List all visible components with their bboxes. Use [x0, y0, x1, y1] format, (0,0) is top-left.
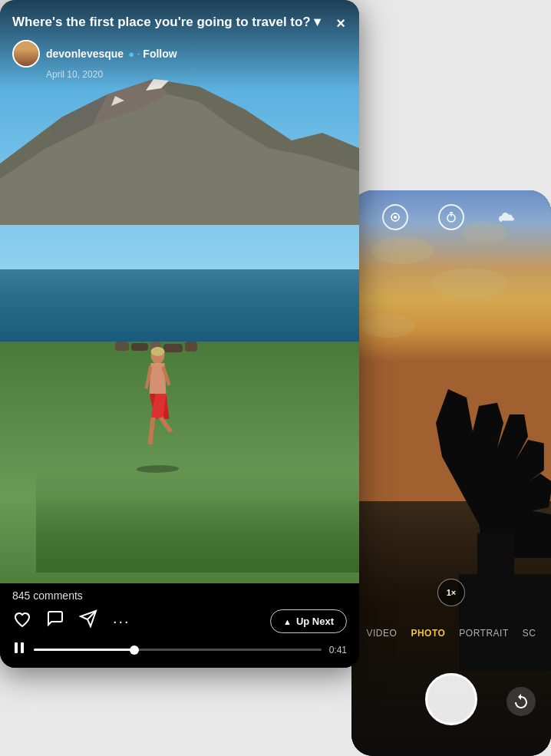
grass-texture — [36, 470, 359, 573]
camera-icon-flash[interactable] — [382, 204, 408, 230]
shutter-button[interactable] — [425, 673, 477, 725]
svg-point-16 — [150, 347, 164, 356]
progress-bar[interactable] — [34, 649, 322, 651]
verified-badge: ● — [128, 48, 134, 60]
ig-user-info: devonlevesque ● · Follow — [46, 48, 177, 60]
up-next-button[interactable]: ▲ Up Next — [270, 609, 347, 633]
cloud-4 — [361, 315, 415, 338]
up-next-chevron-icon: ▲ — [283, 617, 292, 626]
svg-rect-18 — [21, 642, 24, 653]
separator-dot: · — [137, 48, 140, 59]
person-running — [137, 346, 179, 449]
camera-background — [351, 190, 551, 756]
camera-flip-button[interactable] — [506, 687, 536, 716]
ig-actions-row: ··· ▲ Up Next — [12, 609, 347, 633]
camera-app: 1× VIDEO PHOTO PORTRAIT SC — [351, 190, 551, 756]
cloud-1 — [371, 237, 433, 264]
camera-mode-bar: VIDEO PHOTO PORTRAIT SC — [351, 622, 551, 645]
camera-top-controls — [351, 204, 551, 230]
camera-mode-portrait[interactable]: PORTRAIT — [459, 628, 508, 639]
comments-count: 845 comments — [12, 589, 347, 602]
camera-mode-video[interactable]: VIDEO — [367, 628, 398, 639]
time-display: 0:41 — [329, 645, 347, 655]
ig-title-text: Where's the first place you're going to … — [12, 14, 328, 31]
share-button[interactable] — [79, 609, 99, 633]
ig-title-row: Where's the first place you're going to … — [12, 14, 347, 32]
up-next-label: Up Next — [296, 616, 334, 627]
ig-avatar[interactable] — [12, 40, 40, 68]
pause-button[interactable] — [12, 641, 26, 659]
close-button[interactable]: × — [335, 14, 347, 32]
ig-header: Where's the first place you're going to … — [0, 0, 359, 89]
scene-ground — [0, 342, 359, 599]
ig-user-row: devonlevesque ● · Follow — [12, 40, 347, 68]
ig-date: April 10, 2020 — [46, 69, 347, 80]
ig-progress-row: 0:41 — [12, 641, 347, 659]
svg-marker-10 — [0, 94, 359, 225]
camera-mode-photo[interactable]: PHOTO — [411, 628, 445, 639]
like-button[interactable] — [12, 610, 32, 633]
progress-bar-fill — [34, 649, 134, 651]
cloud-2 — [431, 268, 508, 299]
ig-username: devonlevesque — [46, 48, 124, 60]
more-button[interactable]: ··· — [113, 612, 130, 630]
zoom-badge[interactable]: 1× — [437, 579, 465, 606]
camera-mode-sc[interactable]: SC — [523, 628, 536, 639]
ig-actions-left: ··· — [12, 609, 130, 633]
svg-rect-17 — [15, 642, 18, 653]
camera-icon-cloud[interactable] — [494, 204, 520, 230]
progress-handle[interactable] — [130, 645, 139, 655]
camera-icon-timer[interactable] — [438, 204, 464, 230]
follow-button[interactable]: Follow — [143, 48, 177, 60]
comment-button[interactable] — [46, 609, 65, 633]
ig-video-card: Where's the first place you're going to … — [0, 0, 359, 668]
ig-bottom-controls: 845 comments — [0, 583, 359, 668]
svg-point-1 — [394, 216, 397, 219]
scene-lake — [0, 269, 359, 342]
video-scene — [0, 0, 359, 599]
